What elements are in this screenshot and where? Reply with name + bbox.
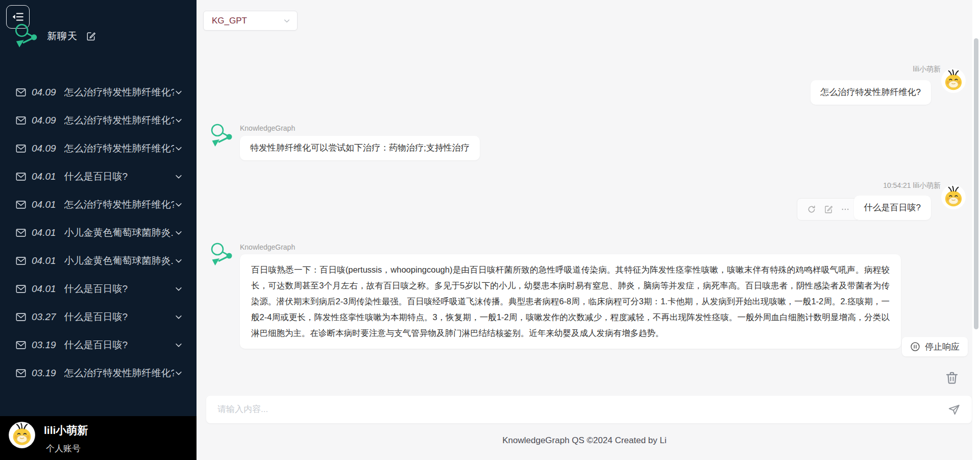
chat-main: KG_GPT lili小萌新 怎么治疗特发性肺纤维化? KnowledgeGra… <box>197 0 980 460</box>
regenerate-icon[interactable] <box>807 205 816 214</box>
stop-icon <box>910 342 920 352</box>
mail-icon <box>15 311 27 323</box>
message-meta: 10:54:21 lili小萌新 <box>883 181 941 190</box>
edit-icon[interactable] <box>824 205 833 214</box>
chevron-down-icon[interactable] <box>174 88 183 97</box>
mail-icon <box>15 87 27 98</box>
user-avatar <box>941 184 966 210</box>
history-item[interactable]: 03.27 什么是百日咳? <box>0 303 197 331</box>
history-item[interactable]: 04.09 怎么治疗特发性肺纤维化? <box>0 134 197 162</box>
chevron-down-icon <box>283 17 291 25</box>
history-item-date: 04.01 <box>32 255 56 267</box>
message-author: KnowledgeGraph <box>240 243 295 251</box>
mail-icon <box>15 340 27 351</box>
history-item[interactable]: 04.09 怎么治疗特发性肺纤维化? <box>0 78 197 106</box>
mail-icon <box>15 199 27 210</box>
history-item-title: 小儿金黄色葡萄球菌肺炎... <box>64 254 174 268</box>
user-message-bubble: 怎么治疗特发性肺纤维化? <box>811 80 931 105</box>
sidebar: 新聊天 04.09 怎么治疗特发性肺纤维化? 04.09 怎么治疗特发性肺纤维化… <box>0 0 197 460</box>
history-item[interactable]: 03.19 什么是百日咳? <box>0 331 197 359</box>
bot-avatar-icon <box>208 123 235 149</box>
knowledge-graph-logo-icon <box>12 22 40 50</box>
history-item-date: 03.19 <box>32 340 56 351</box>
send-icon <box>947 403 961 416</box>
message-author: lili小萌新 <box>913 181 941 189</box>
message-author: KnowledgeGraph <box>240 124 295 132</box>
chevron-down-icon[interactable] <box>174 369 183 378</box>
message-time: 10:54:21 <box>883 181 911 189</box>
new-chat-button[interactable]: 新聊天 <box>12 22 96 50</box>
history-item-date: 04.09 <box>32 87 56 98</box>
model-select[interactable]: KG_GPT <box>203 11 298 31</box>
history-item-title: 什么是百日咳? <box>64 310 174 324</box>
footer-text: KnowledgeGraph QS ©2024 Created by Li <box>197 435 972 446</box>
chevron-down-icon[interactable] <box>174 228 183 237</box>
send-button[interactable] <box>947 403 961 416</box>
history-item-date: 03.19 <box>32 368 56 379</box>
history-item[interactable]: 04.01 什么是百日咳? <box>0 162 197 190</box>
user-account-panel[interactable]: lili小萌新 个人账号 <box>0 416 197 460</box>
user-avatar <box>941 68 966 93</box>
model-select-value: KG_GPT <box>212 16 283 26</box>
chevron-down-icon[interactable] <box>174 116 183 125</box>
history-item[interactable]: 03.19 怎么治疗特发性肺纤维化? <box>0 359 197 387</box>
new-chat-label: 新聊天 <box>47 30 78 43</box>
message-input-bar <box>206 396 972 423</box>
history-item-title: 怎么治疗特发性肺纤维化? <box>64 367 174 380</box>
chevron-down-icon[interactable] <box>174 341 183 350</box>
delete-icon <box>944 370 960 385</box>
history-item-date: 04.01 <box>32 227 56 238</box>
history-item[interactable]: 04.01 小儿金黄色葡萄球菌肺炎... <box>0 247 197 275</box>
message-input[interactable] <box>206 396 972 423</box>
mail-icon <box>15 283 27 295</box>
mail-icon <box>15 368 27 379</box>
clear-chat-button[interactable] <box>944 370 960 385</box>
chevron-down-icon[interactable] <box>174 144 183 153</box>
scrollbar-track[interactable] <box>972 0 980 460</box>
compose-icon <box>86 31 96 41</box>
stop-response-button[interactable]: 停止响应 <box>902 337 968 356</box>
history-item-title: 什么是百日咳? <box>64 170 174 183</box>
user-name: lili小萌新 <box>44 423 88 438</box>
history-item-title: 小儿金黄色葡萄球菌肺炎... <box>64 226 174 239</box>
history-item-title: 怎么治疗特发性肺纤维化? <box>64 114 174 127</box>
fold-menu-icon <box>11 10 24 23</box>
history-item[interactable]: 04.01 小儿金黄色葡萄球菌肺炎... <box>0 219 197 247</box>
chevron-down-icon[interactable] <box>174 172 183 181</box>
history-item[interactable]: 04.09 怎么治疗特发性肺纤维化? <box>0 106 197 134</box>
history-item[interactable]: 04.01 怎么治疗特发性肺纤维化? <box>0 190 197 219</box>
mail-icon <box>15 143 27 154</box>
history-item-date: 04.01 <box>32 171 56 182</box>
history-item-date: 04.09 <box>32 143 56 154</box>
mail-icon <box>15 227 27 238</box>
history-item[interactable]: 04.01 什么是百日咳? <box>0 275 197 303</box>
chevron-down-icon[interactable] <box>174 200 183 209</box>
chevron-down-icon[interactable] <box>174 284 183 294</box>
history-item-date: 04.01 <box>32 199 56 210</box>
history-item-title: 怎么治疗特发性肺纤维化? <box>64 86 174 99</box>
chevron-down-icon[interactable] <box>174 312 183 322</box>
scrollbar-thumb[interactable] <box>974 38 978 329</box>
history-item-title: 什么是百日咳? <box>64 338 174 352</box>
bot-message-bubble: 特发性肺纤维化可以尝试如下治疗：药物治疗;支持性治疗 <box>240 136 480 160</box>
message-actions <box>797 198 860 221</box>
bot-avatar-icon <box>208 241 235 268</box>
mail-icon <box>15 171 27 182</box>
history-item-title: 怎么治疗特发性肺纤维化? <box>64 198 174 211</box>
mail-icon <box>15 115 27 126</box>
user-message-bubble: 什么是百日咳? <box>854 196 931 220</box>
account-type-label: 个人账号 <box>46 443 81 454</box>
user-avatar-icon <box>941 184 966 210</box>
mail-icon <box>15 255 27 267</box>
user-avatar-icon <box>941 68 966 93</box>
history-item-title: 怎么治疗特发性肺纤维化? <box>64 142 174 155</box>
more-icon[interactable] <box>841 205 850 214</box>
chevron-down-icon[interactable] <box>174 256 183 265</box>
message-author: lili小萌新 <box>913 65 941 74</box>
user-avatar-icon <box>8 421 36 449</box>
chat-history-list: 04.09 怎么治疗特发性肺纤维化? 04.09 怎么治疗特发性肺纤维化? 04… <box>0 78 197 387</box>
history-item-date: 03.27 <box>32 311 56 323</box>
history-item-date: 04.09 <box>32 115 56 126</box>
history-item-date: 04.01 <box>32 283 56 295</box>
user-avatar <box>8 421 36 449</box>
